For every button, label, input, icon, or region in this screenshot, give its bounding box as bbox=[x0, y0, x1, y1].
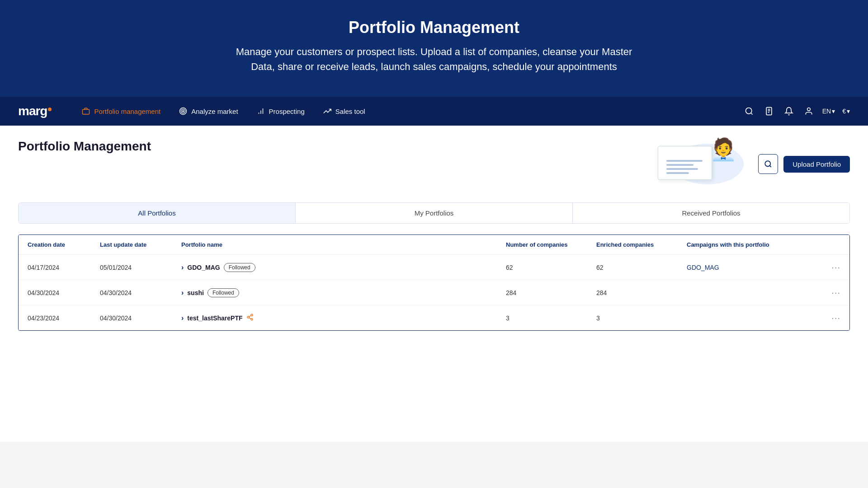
nav-items: Portfolio management Analyze market Pros… bbox=[74, 103, 742, 119]
bar-chart-icon bbox=[256, 107, 265, 116]
table-row: 04/17/2024 05/01/2024 › GDO_MAG Followed… bbox=[19, 255, 849, 280]
row1-portfolio-name: › GDO_MAG Followed bbox=[181, 263, 506, 272]
trending-up-icon bbox=[323, 107, 332, 116]
tab-all-portfolios[interactable]: All Portfolios bbox=[19, 203, 296, 223]
logo-dot bbox=[48, 108, 52, 111]
search-icon[interactable] bbox=[743, 105, 755, 117]
illustration-figure: 🧑‍💼 bbox=[710, 137, 737, 162]
notification-icon[interactable] bbox=[783, 105, 795, 117]
svg-point-17 bbox=[247, 316, 249, 318]
row2-portfolio-name: › sushi Followed bbox=[181, 288, 506, 297]
svg-line-19 bbox=[249, 318, 251, 319]
svg-point-7 bbox=[745, 108, 751, 114]
currency-selector[interactable]: € ▾ bbox=[842, 108, 850, 115]
tabs: All Portfolios My Portfolios Received Po… bbox=[18, 202, 850, 224]
svg-rect-0 bbox=[83, 109, 90, 114]
table-row: 04/23/2024 04/30/2024 › test_lastSharePT… bbox=[19, 305, 849, 330]
row3-num-companies: 3 bbox=[506, 314, 596, 322]
language-selector[interactable]: EN ▾ bbox=[822, 108, 835, 115]
svg-point-2 bbox=[181, 109, 185, 113]
tab-my-portfolios[interactable]: My Portfolios bbox=[296, 203, 573, 223]
header-creation-date: Creation date bbox=[28, 241, 100, 248]
user-icon[interactable] bbox=[802, 105, 815, 117]
row3-more-button[interactable]: ··· bbox=[813, 313, 840, 323]
page-header-right: 🧑‍💼 Upload Portfolio bbox=[653, 139, 850, 189]
row1-last-update: 05/01/2024 bbox=[100, 264, 181, 271]
svg-point-18 bbox=[251, 318, 253, 320]
svg-line-15 bbox=[770, 165, 771, 167]
row3-last-update: 04/30/2024 bbox=[100, 314, 181, 322]
svg-point-14 bbox=[765, 161, 771, 166]
svg-point-16 bbox=[251, 314, 253, 316]
row1-num-companies: 62 bbox=[506, 264, 596, 271]
target-icon bbox=[179, 107, 188, 116]
nav-right: EN ▾ € ▾ bbox=[743, 105, 850, 117]
header-portfolio-name: Portfolio name bbox=[181, 241, 506, 248]
svg-point-3 bbox=[183, 111, 184, 112]
upload-icon[interactable] bbox=[763, 105, 775, 117]
nav-item-analyze[interactable]: Analyze market bbox=[171, 103, 245, 119]
illustration-line bbox=[666, 168, 698, 170]
row3-portfolio-name: › test_lastSharePTF bbox=[181, 314, 506, 323]
row2-num-companies: 284 bbox=[506, 289, 596, 296]
row3-expand-icon[interactable]: › bbox=[181, 314, 184, 322]
portfolios-table: Creation date Last update date Portfolio… bbox=[18, 235, 850, 331]
logo-text: marg bbox=[18, 104, 47, 118]
row1-followed-badge: Followed bbox=[224, 263, 255, 272]
row3-enriched: 3 bbox=[596, 314, 687, 322]
nav-portfolio-label: Portfolio management bbox=[94, 108, 160, 115]
tab-received-portfolios[interactable]: Received Portfolios bbox=[573, 203, 849, 223]
nav-analyze-label: Analyze market bbox=[191, 108, 238, 115]
row1-creation-date: 04/17/2024 bbox=[28, 264, 100, 271]
svg-line-8 bbox=[751, 113, 753, 115]
header-last-update: Last update date bbox=[100, 241, 181, 248]
row2-enriched: 284 bbox=[596, 289, 687, 296]
row2-expand-icon[interactable]: › bbox=[181, 289, 184, 297]
header-illustration: 🧑‍💼 bbox=[653, 139, 744, 189]
illustration-lines bbox=[666, 160, 703, 174]
illustration-line bbox=[666, 172, 689, 174]
illustration-line bbox=[666, 160, 703, 162]
briefcase-icon bbox=[81, 107, 90, 116]
hero-description: Manage your customers or prospect lists.… bbox=[231, 44, 637, 74]
svg-line-20 bbox=[249, 315, 251, 317]
logo[interactable]: marg bbox=[18, 104, 52, 118]
nav-item-sales[interactable]: Sales tool bbox=[316, 103, 373, 119]
search-button[interactable] bbox=[758, 154, 778, 174]
navbar: marg Portfolio management Analyze market bbox=[0, 97, 868, 126]
header-actions bbox=[813, 241, 840, 248]
table-header: Creation date Last update date Portfolio… bbox=[19, 235, 849, 255]
main-content: Portfolio Management 🧑‍💼 bbox=[0, 126, 868, 442]
header-num-companies: Number of companies bbox=[506, 241, 596, 248]
row1-campaign[interactable]: GDO_MAG bbox=[687, 264, 813, 271]
hero-title: Portfolio Management bbox=[9, 18, 859, 37]
row2-more-button[interactable]: ··· bbox=[813, 287, 840, 298]
row1-enriched: 62 bbox=[596, 264, 687, 271]
header-enriched: Enriched companies bbox=[596, 241, 687, 248]
table-row: 04/30/2024 04/30/2024 › sushi Followed 2… bbox=[19, 280, 849, 305]
header-campaigns: Campaigns with this portfolio bbox=[687, 241, 813, 248]
svg-point-13 bbox=[807, 108, 810, 111]
nav-item-prospecting[interactable]: Prospecting bbox=[249, 103, 312, 119]
nav-prospecting-label: Prospecting bbox=[269, 108, 305, 115]
row1-more-button[interactable]: ··· bbox=[813, 262, 840, 272]
hero-banner: Portfolio Management Manage your custome… bbox=[0, 0, 868, 97]
page-title: Portfolio Management bbox=[18, 139, 151, 154]
row3-creation-date: 04/23/2024 bbox=[28, 314, 100, 322]
row2-followed-badge: Followed bbox=[208, 288, 239, 297]
search-upload-row: Upload Portfolio bbox=[758, 154, 850, 174]
row2-creation-date: 04/30/2024 bbox=[28, 289, 100, 296]
illustration-screen bbox=[658, 146, 712, 180]
row3-share-icon[interactable] bbox=[246, 314, 254, 323]
page-header: Portfolio Management 🧑‍💼 bbox=[18, 139, 850, 189]
nav-item-portfolio[interactable]: Portfolio management bbox=[74, 103, 168, 119]
illustration-line bbox=[666, 164, 693, 166]
upload-portfolio-button[interactable]: Upload Portfolio bbox=[783, 156, 850, 173]
row2-last-update: 04/30/2024 bbox=[100, 289, 181, 296]
nav-sales-label: Sales tool bbox=[335, 108, 365, 115]
row1-expand-icon[interactable]: › bbox=[181, 263, 184, 272]
